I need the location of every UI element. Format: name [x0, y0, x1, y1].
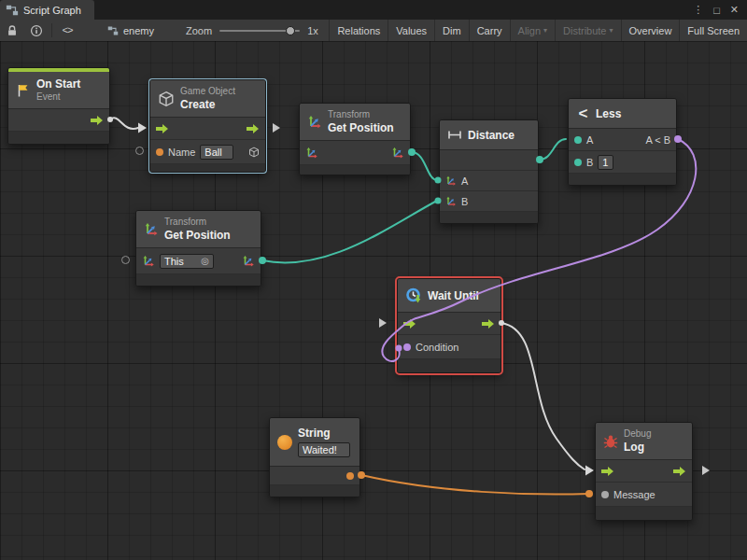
port-row	[300, 141, 410, 165]
game-object-icon	[248, 147, 260, 158]
node-header: Transform Get Position	[300, 104, 410, 141]
info-icon[interactable]	[24, 20, 49, 41]
toolbar-button-carry[interactable]: Carry	[469, 20, 510, 41]
port-label: A	[586, 134, 593, 146]
message-input-port[interactable]	[601, 491, 609, 498]
a-input-port[interactable]	[574, 136, 582, 144]
node-create[interactable]: Game Object Create Name Ball	[149, 79, 266, 173]
object-picker-icon[interactable]: ◎	[201, 257, 209, 266]
code-preview-icon[interactable]: <>	[55, 20, 79, 41]
b-input-port[interactable]	[574, 159, 582, 166]
node-title: Less	[596, 107, 621, 120]
close-icon[interactable]: ✕	[730, 4, 739, 16]
window-titlebar: Script Graph ⋮ □ ✕	[0, 0, 747, 20]
node-footer	[300, 165, 410, 175]
node-distance[interactable]: Distance A B	[439, 119, 539, 224]
port-row	[270, 467, 359, 485]
this-field[interactable]: This ◎	[160, 254, 214, 269]
vector-input-icon[interactable]	[445, 196, 457, 207]
node-debug-log[interactable]: Debug Log Message	[595, 422, 693, 521]
toolbar-button-overview[interactable]: Overview	[621, 20, 680, 41]
wire-string-to-log-message	[361, 475, 589, 495]
unconnected-pin-circle	[135, 147, 144, 155]
wire-wait-to-log-flow	[501, 323, 585, 469]
toolbar-button-fullscreen[interactable]: Full Screen	[679, 20, 747, 41]
port-label: B	[461, 196, 468, 207]
node-header: Game Object Create	[150, 80, 265, 118]
distance-icon	[447, 128, 462, 143]
vector-input-icon[interactable]	[445, 175, 457, 187]
node-footer	[596, 507, 692, 520]
transform-axis-icon	[144, 222, 159, 237]
port-row-b: B 1	[569, 151, 676, 174]
wire-get-position-1-to-distance-a	[412, 152, 437, 180]
port-label: Message	[613, 489, 655, 500]
port-row-a: A	[440, 171, 538, 191]
port-row	[596, 460, 692, 483]
zoom-slider-knob[interactable]	[286, 26, 295, 35]
node-title: String	[298, 427, 350, 440]
node-title: Distance	[468, 129, 514, 142]
toolbar-button-relations[interactable]: Relations	[329, 20, 388, 41]
node-footer	[398, 359, 500, 372]
toolbar-separator	[51, 23, 52, 37]
port-row-message: Message	[596, 483, 692, 507]
port-row: This ◎	[136, 248, 261, 274]
lock-icon[interactable]	[0, 20, 24, 41]
name-field[interactable]: Ball	[200, 145, 233, 160]
port-label: A	[461, 175, 468, 187]
wire-on-start-to-create	[110, 118, 138, 129]
pane-menu-icon[interactable]: ⋮	[693, 4, 703, 16]
vector-output-icon[interactable]	[242, 255, 255, 268]
maximize-icon[interactable]: □	[713, 5, 720, 16]
wire-endpoint	[585, 490, 593, 497]
zoom-slider[interactable]	[219, 30, 300, 32]
node-header: Debug Log	[596, 423, 692, 460]
node-get-position-2[interactable]: Transform Get Position This ◎	[135, 210, 261, 287]
flow-input-port[interactable]	[601, 467, 614, 476]
transform-input-icon[interactable]	[142, 255, 155, 268]
vector-output-icon[interactable]	[391, 147, 404, 160]
flow-output-port[interactable]	[482, 319, 495, 329]
toolbar-button-dim[interactable]: Dim	[434, 20, 469, 41]
condition-input-port[interactable]	[403, 343, 411, 351]
tab-script-graph[interactable]: Script Graph	[0, 0, 94, 20]
wire-arrowhead	[585, 466, 594, 476]
transform-input-icon[interactable]	[305, 147, 318, 160]
port-row-condition: Condition	[398, 335, 500, 359]
wait-clock-icon	[405, 287, 422, 304]
flow-output-port[interactable]	[91, 116, 104, 125]
graph-asset[interactable]: enemy	[107, 25, 154, 36]
node-wait-until[interactable]: Wait Until Condition	[397, 278, 501, 373]
tab-label: Script Graph	[23, 5, 81, 16]
node-title: On Start	[36, 77, 80, 91]
toolbar-button-align: Align▾	[510, 20, 555, 41]
node-string[interactable]: String Waited!	[269, 417, 360, 497]
string-output-port[interactable]	[346, 472, 354, 480]
bug-icon	[603, 434, 618, 449]
node-get-position-1[interactable]: Transform Get Position	[299, 103, 411, 175]
graph-asset-name: enemy	[123, 25, 154, 36]
node-header: String Waited!	[270, 418, 359, 467]
flow-output-port[interactable]	[247, 124, 260, 133]
name-input-port[interactable]	[156, 148, 163, 156]
port-row-b: B	[440, 191, 538, 212]
zoom-value: 1x	[307, 25, 318, 36]
flow-stub-triangle	[702, 466, 710, 475]
port-label: Name	[168, 147, 195, 158]
node-subtitle: Event	[36, 91, 80, 103]
toolbar-button-values[interactable]: Values	[388, 20, 434, 41]
b-value-field[interactable]: 1	[598, 155, 613, 170]
graph-canvas[interactable]: On Start Event Game Object Create Name	[0, 41, 747, 560]
string-value-field[interactable]: Waited!	[298, 442, 350, 457]
flow-input-port[interactable]	[156, 124, 169, 133]
port-row: Name Ball	[150, 140, 265, 164]
flow-input-port[interactable]	[403, 319, 416, 329]
result-label: A < B	[645, 134, 670, 146]
less-than-icon: <	[576, 105, 590, 121]
node-title: Create	[180, 98, 235, 111]
node-on-start[interactable]: On Start Event	[7, 67, 110, 145]
flow-output-port[interactable]	[673, 467, 686, 476]
node-less[interactable]: < Less A A < B B 1	[568, 98, 677, 186]
wire-get-position-2-to-distance-b	[262, 201, 437, 262]
